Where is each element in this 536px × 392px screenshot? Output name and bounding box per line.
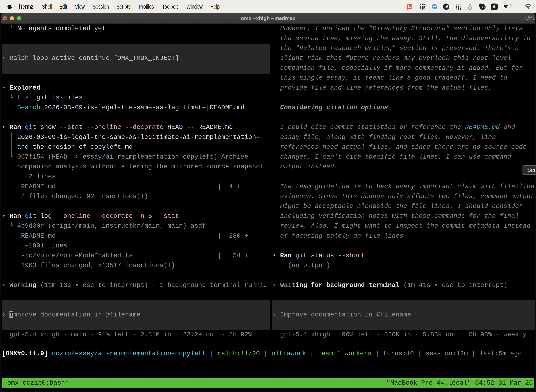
svg-text:A: A [493,4,496,9]
svg-text:..61: ..61 [480,6,485,9]
